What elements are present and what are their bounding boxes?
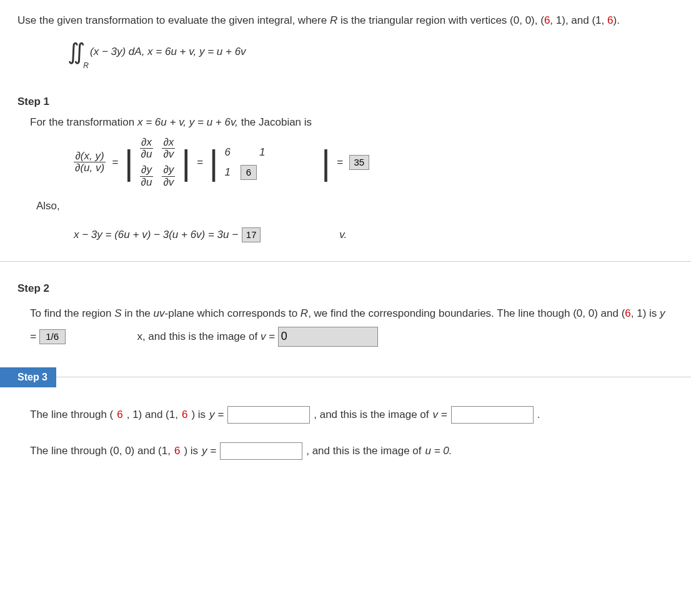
input-slope1[interactable]: [39, 329, 66, 344]
input-jacobian-result[interactable]: [349, 155, 369, 170]
step3-header: Step 3: [0, 367, 56, 387]
jacobian-equation: ∂(x, y) ∂(u, v) = | ∂x∂u ∂x∂v ∂y∂u ∂y∂v …: [74, 137, 674, 189]
integral-region: R: [83, 60, 89, 71]
step1-header: Step 1: [17, 94, 674, 110]
R: R: [330, 14, 337, 26]
red-6: 6: [544, 14, 550, 26]
input-coefficient[interactable]: [242, 227, 261, 242]
divider: [0, 261, 691, 262]
text: Use the given transformation to evaluate…: [17, 14, 330, 26]
integral-expression: ∬ R (x − 3y) dA, x = 6u + v, y = u + 6v: [67, 35, 674, 69]
x-minus-3y-equation: x − 3y = (6u + v) − 3(u + 6v) = 3u − v.: [74, 227, 674, 243]
jacobian-partials: ∂x∂u ∂x∂v ∂y∂u ∂y∂v: [140, 137, 176, 189]
text: ).: [613, 14, 619, 26]
step2-header: Step 2: [17, 281, 674, 297]
step3-line2: The line through (0, 0) and (1, 6) is y …: [30, 442, 674, 460]
step2-text: To find the region S in the uv-plane whi…: [30, 302, 674, 349]
integrand: (x − 3y) dA, x = 6u + v, y = u + 6v: [90, 44, 246, 60]
integral-symbol: ∬: [67, 39, 85, 64]
jacobian-label: ∂(x, y) ∂(u, v): [74, 151, 106, 174]
problem-statement: Use the given transformation to evaluate…: [17, 12, 674, 29]
step3-header-bar: Step 3: [0, 367, 691, 387]
input-line1-v[interactable]: [451, 406, 534, 424]
text: is the triangular region with vertices (…: [337, 14, 544, 26]
jacobian-values: 6 1 1: [224, 144, 265, 180]
text: , 1), and (1,: [550, 14, 607, 26]
also-label: Also,: [36, 198, 674, 214]
input-line2-y[interactable]: [220, 442, 302, 460]
input-m22[interactable]: [241, 165, 257, 180]
input-v-value[interactable]: [278, 327, 378, 347]
step1-intro: For the transformation x = 6u + v, y = u…: [30, 114, 674, 131]
step3-line1: The line through (6, 1) and (1, 6) is y …: [30, 406, 674, 424]
input-line1-y[interactable]: [227, 406, 310, 424]
